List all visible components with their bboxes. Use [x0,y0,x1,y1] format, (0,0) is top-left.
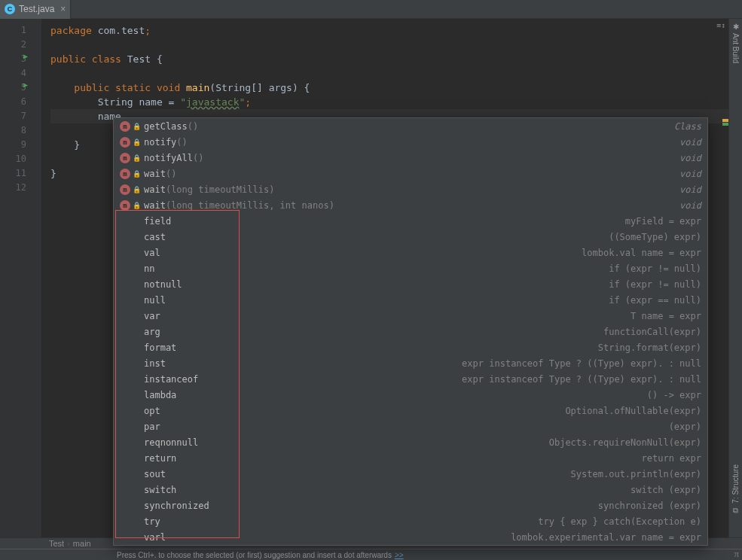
completion-expansion: lombok.val name = expr [582,248,701,258]
line-number: 9 [0,138,41,152]
tool-structure[interactable]: ⧉ 7: Structure [731,464,740,515]
completion-label: format [144,342,176,353]
completion-item-template[interactable]: trytry { exp } catch(Exception e) [114,513,707,529]
completion-item-method[interactable]: m🔒getClass()Class [114,118,707,134]
completion-item-template[interactable]: reqnonnullObjects.requireNonNull(expr) [114,434,707,450]
gutter: 1 2 3 4 5 6 7 8 9 10 11 12 ▶ ▶ ⊖ ⊖ [0,19,41,537]
completion-label: instanceof [144,374,198,385]
completion-item-template[interactable]: fieldmyField = expr [114,213,707,229]
completion-expansion: myField = expr [625,216,701,227]
completion-label: sout [144,469,166,479]
right-tool-strip: ✱ Ant Build ⧉ 7: Structure [728,19,742,537]
close-icon[interactable]: × [60,4,66,14]
completion-item-template[interactable]: lambda() -> expr [114,387,707,403]
line-number: 7 [0,109,41,123]
completion-item-template[interactable]: par(expr) [114,418,707,434]
pi-icon[interactable]: π [734,548,739,560]
line-number: 12 [0,181,41,195]
code-completion-popup[interactable]: m🔒getClass()Classm🔒notify()voidm🔒notifyA… [113,117,708,546]
completion-item-template[interactable]: formatString.format(expr) [114,339,707,355]
code-token [50,82,74,93]
completion-item-method[interactable]: m🔒wait()void [114,166,707,181]
completion-item-template[interactable]: varT name = expr [114,308,707,324]
code-token: ; [145,25,151,36]
hint-text: Press Ctrl+. to choose the selected (or … [117,551,392,559]
completion-label: wait(long timeoutMillis) [144,184,274,195]
code-token: } [50,168,56,179]
completion-label: par [144,422,160,432]
completion-item-template[interactable]: nnif (expr != null) [114,260,707,276]
completion-expansion: () -> expr [647,390,701,400]
warning-stripe[interactable] [722,119,728,122]
breadcrumb-item[interactable]: Test [49,539,64,548]
method-icon: m [120,169,130,179]
completion-item-template[interactable]: returnreturn expr [114,450,707,466]
completion-item-method[interactable]: m🔒wait(long timeoutMillis, int nanos)voi… [114,197,707,213]
completion-return-type: void [679,184,701,195]
code-token: public [74,82,115,93]
code-token: class [92,53,127,65]
code-token [50,96,98,108]
completion-item-template[interactable]: notnullif (expr != null) [114,276,707,292]
run-icon[interactable]: ▶ [23,52,28,60]
completion-label: wait() [144,169,176,179]
tab-filename: Test.java [19,4,54,14]
line-number: 5 [0,81,41,95]
file-tab-active[interactable]: C Test.java × [0,0,71,19]
line-number: 10 [0,152,41,166]
completion-item-template[interactable]: nullif (expr == null) [114,292,707,308]
breadcrumb-item[interactable]: main [73,539,91,548]
ok-stripe[interactable] [722,123,728,126]
code-token: void [157,82,186,93]
completion-item-template[interactable]: vallombok.val name = expr [114,245,707,260]
completion-item-method[interactable]: m🔒wait(long timeoutMillis)void [114,181,707,197]
completion-item-template[interactable]: instexpr instanceof Type ? ((Type) expr)… [114,355,707,371]
chevron-right-icon: › [67,539,70,548]
completion-expansion: if (expr != null) [609,279,701,290]
completion-label: var [144,311,160,321]
completion-item-template[interactable]: cast((SomeType) expr) [114,229,707,245]
method-icon: m [120,121,130,132]
completion-item-template[interactable]: optOptional.ofNullable(expr) [114,403,707,418]
completion-expansion: if (expr == null) [609,295,701,306]
line-number: 2 [0,38,41,52]
code-token: (String[] args) { [209,82,310,93]
completion-item-template[interactable]: synchronizedsynchronized (expr) [114,498,707,513]
code-token: package [50,25,98,36]
completion-expansion: expr instanceof Type ? ((Type) expr). : … [462,358,701,369]
run-icon[interactable]: ▶ [23,81,28,89]
completion-expansion: switch (expr) [631,485,701,495]
completion-label: getClass() [144,121,198,132]
method-icon: m [120,137,130,148]
lock-icon: 🔒 [133,170,142,178]
structure-icon: ⧉ [733,506,738,515]
editor-tab-bar: C Test.java × [0,0,742,19]
code-token: ; [245,96,251,108]
code-token: Test [127,53,157,65]
code-token [50,111,98,122]
completion-return-type: Class [674,121,701,132]
completion-return-type: void [679,200,701,211]
code-token: { [157,53,163,65]
completion-item-method[interactable]: m🔒notify()void [114,134,707,150]
completion-expansion: lombok.experimental.var name = expr [511,532,701,543]
completion-item-template[interactable]: argfunctionCall(expr) [114,324,707,339]
lock-icon: 🔒 [133,154,142,162]
completion-label: notify() [144,137,188,148]
completion-item-template[interactable]: varllombok.experimental.var name = expr [114,529,707,545]
lock-icon: 🔒 [133,138,142,146]
completion-expansion: functionCall(expr) [603,327,701,337]
completion-item-template[interactable]: soutSystem.out.println(expr) [114,466,707,482]
tool-ant-build[interactable]: ✱ Ant Build [731,23,740,63]
completion-expansion: Optional.ofNullable(expr) [565,406,701,416]
completion-item-template[interactable]: switchswitch (expr) [114,482,707,498]
overflow-icon[interactable]: ≡↕ [716,21,725,29]
completion-label: notnull [144,279,182,290]
hint-more-link[interactable]: >> [395,551,404,559]
completion-expansion: Objects.requireNonNull(expr) [549,437,701,448]
completion-item-method[interactable]: m🔒notifyAll()void [114,150,707,166]
method-icon: m [120,184,130,195]
lock-icon: 🔒 [133,202,142,209]
completion-item-template[interactable]: instanceofexpr instanceof Type ? ((Type)… [114,371,707,387]
completion-label: cast [144,232,166,242]
